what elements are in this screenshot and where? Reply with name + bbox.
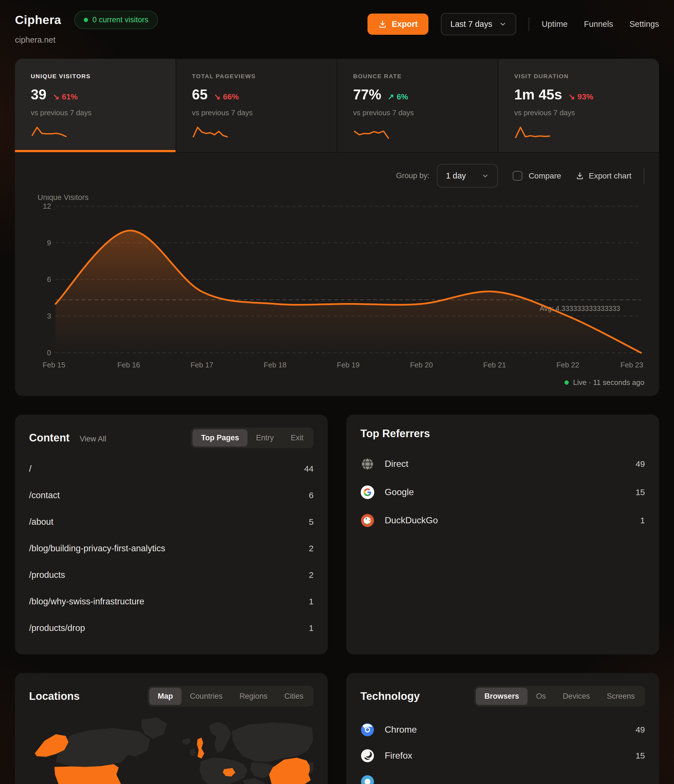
table-row[interactable]: /blog/why-swiss-infrastructure1 xyxy=(29,588,314,615)
compare-label: Compare xyxy=(529,171,561,180)
referrers-list: Direct 49 Google 15 DuckDuckGo 1 xyxy=(360,450,645,535)
export-chart-label: Export chart xyxy=(589,171,631,180)
stat-card-unique-visitors[interactable]: UNIQUE VISITORS 39 ↘61% vs previous 7 da… xyxy=(15,59,175,152)
content-tabs: Top Pages Entry Exit xyxy=(191,428,314,448)
technology-panel: Technology Browsers Os Devices Screens C… xyxy=(346,673,659,784)
date-range-value: Last 7 days xyxy=(450,20,492,29)
svg-text:Feb 22: Feb 22 xyxy=(556,361,579,369)
nav-item-funnels[interactable]: Funnels xyxy=(584,20,613,29)
content-title: Content xyxy=(29,432,70,444)
view-all-link[interactable]: View All xyxy=(80,435,106,443)
live-dot-icon xyxy=(564,380,569,385)
svg-text:3: 3 xyxy=(47,312,51,320)
firefox-icon xyxy=(360,749,374,763)
stat-change: ↘66% xyxy=(214,92,239,101)
svg-text:Feb 21: Feb 21 xyxy=(483,361,506,369)
sparkline-chart xyxy=(514,124,551,141)
locations-tabs: Map Countries Regions Cities xyxy=(148,686,314,706)
table-row[interactable] xyxy=(360,769,645,784)
table-row[interactable]: /blog/building-privacy-first-analytics2 xyxy=(29,535,314,562)
table-row[interactable]: /contact6 xyxy=(29,482,314,509)
export-button-label: Export xyxy=(392,20,418,29)
tab-regions[interactable]: Regions xyxy=(231,688,276,705)
stat-label: TOTAL PAGEVIEWS xyxy=(192,73,321,79)
nav-item-uptime[interactable]: Uptime xyxy=(542,20,568,29)
panels-row-1: Content View All Top Pages Entry Exit /4… xyxy=(15,415,659,654)
stat-compare-label: vs previous 7 days xyxy=(353,109,482,117)
locations-title: Locations xyxy=(29,690,79,702)
controls-divider xyxy=(644,168,644,184)
page-title: Ciphera xyxy=(15,13,61,27)
chevron-down-icon xyxy=(499,20,506,28)
svg-text:Feb 19: Feb 19 xyxy=(337,361,360,369)
tab-countries[interactable]: Countries xyxy=(182,688,231,705)
stat-change: ↘93% xyxy=(568,92,593,101)
tab-browsers[interactable]: Browsers xyxy=(476,688,528,705)
tab-screens[interactable]: Screens xyxy=(598,688,643,705)
stat-card-bounce-rate[interactable]: BOUNCE RATE 77% ↗6% vs previous 7 days xyxy=(337,59,498,152)
date-range-select[interactable]: Last 7 days xyxy=(441,13,516,35)
group-by-select[interactable]: 1 day xyxy=(437,164,498,188)
stat-value: 1m 45s xyxy=(514,86,562,103)
tab-devices[interactable]: Devices xyxy=(554,688,598,705)
current-visitors-badge[interactable]: 0 current visitors xyxy=(74,11,158,29)
stat-value: 39 xyxy=(31,86,47,103)
stat-change: ↗6% xyxy=(388,92,408,101)
stat-compare-label: vs previous 7 days xyxy=(31,109,160,117)
nav-item-settings[interactable]: Settings xyxy=(629,20,659,29)
chart-section: Group by: 1 day Compare Export chart 036… xyxy=(15,152,659,396)
compare-checkbox[interactable] xyxy=(512,171,522,181)
header-divider xyxy=(529,17,529,31)
live-status-label: Live · 11 seconds ago xyxy=(573,378,644,387)
brand-block: Ciphera 0 current visitors ciphera.net xyxy=(15,11,158,45)
table-row[interactable]: Firefox 15 xyxy=(360,743,645,769)
tab-exit[interactable]: Exit xyxy=(282,429,312,446)
dashboard-page: Ciphera 0 current visitors ciphera.net E… xyxy=(0,0,674,784)
sparkline-chart xyxy=(31,124,67,141)
current-visitors-label: 0 current visitors xyxy=(93,16,149,24)
header-controls: Export Last 7 days Uptime Funnels Settin… xyxy=(368,11,659,35)
stat-compare-label: vs previous 7 days xyxy=(514,109,643,117)
locations-panel: Locations Map Countries Regions Cities xyxy=(15,673,328,784)
chrome-icon xyxy=(360,723,374,737)
globe-icon xyxy=(360,457,374,471)
export-chart-button[interactable]: Export chart xyxy=(576,171,631,180)
stat-value: 65 xyxy=(192,86,208,103)
table-row[interactable]: DuckDuckGo 1 xyxy=(360,506,645,535)
compare-toggle[interactable]: Compare xyxy=(512,171,561,181)
svg-text:9: 9 xyxy=(47,239,51,247)
table-row[interactable]: Google 15 xyxy=(360,478,645,506)
panels-row-2: Locations Map Countries Regions Cities xyxy=(15,673,659,784)
header: Ciphera 0 current visitors ciphera.net E… xyxy=(15,11,659,45)
table-row[interactable]: /44 xyxy=(29,456,314,482)
tab-os[interactable]: Os xyxy=(528,688,554,705)
table-row[interactable]: /products/drop1 xyxy=(29,615,314,641)
sparkline-chart xyxy=(353,124,390,141)
tab-top-pages[interactable]: Top Pages xyxy=(193,429,247,446)
unique-visitors-area-chart[interactable]: 036912Avg: 4.333333333333333Feb 15Feb 16… xyxy=(30,195,644,375)
duckduckgo-icon xyxy=(360,513,374,527)
table-row[interactable]: /products2 xyxy=(29,562,314,588)
table-row[interactable]: /about5 xyxy=(29,509,314,535)
table-row[interactable]: Direct 49 xyxy=(360,450,645,478)
group-by-label: Group by: xyxy=(396,171,430,180)
site-domain: ciphera.net xyxy=(15,35,158,45)
svg-text:Feb 17: Feb 17 xyxy=(191,361,213,369)
export-button[interactable]: Export xyxy=(368,14,429,35)
chevron-down-icon xyxy=(481,172,489,180)
technology-title: Technology xyxy=(360,690,420,702)
stat-card-total-pageviews[interactable]: TOTAL PAGEVIEWS 65 ↘66% vs previous 7 da… xyxy=(176,59,337,152)
download-icon xyxy=(576,172,584,180)
svg-text:Feb 20: Feb 20 xyxy=(410,361,433,369)
svg-text:0: 0 xyxy=(47,349,51,357)
top-pages-list: /44 /contact6 /about5 /blog/building-pri… xyxy=(29,456,314,641)
stat-label: VISIT DURATION xyxy=(514,73,643,79)
stat-card-visit-duration[interactable]: VISIT DURATION 1m 45s ↘93% vs previous 7… xyxy=(499,59,659,152)
tab-cities[interactable]: Cities xyxy=(276,688,312,705)
trend-down-icon: ↘ xyxy=(568,92,575,101)
table-row[interactable]: Chrome 49 xyxy=(360,717,645,743)
svg-text:Feb 16: Feb 16 xyxy=(117,361,140,369)
world-map[interactable] xyxy=(29,714,314,784)
tab-map[interactable]: Map xyxy=(149,688,182,705)
tab-entry[interactable]: Entry xyxy=(247,429,282,446)
